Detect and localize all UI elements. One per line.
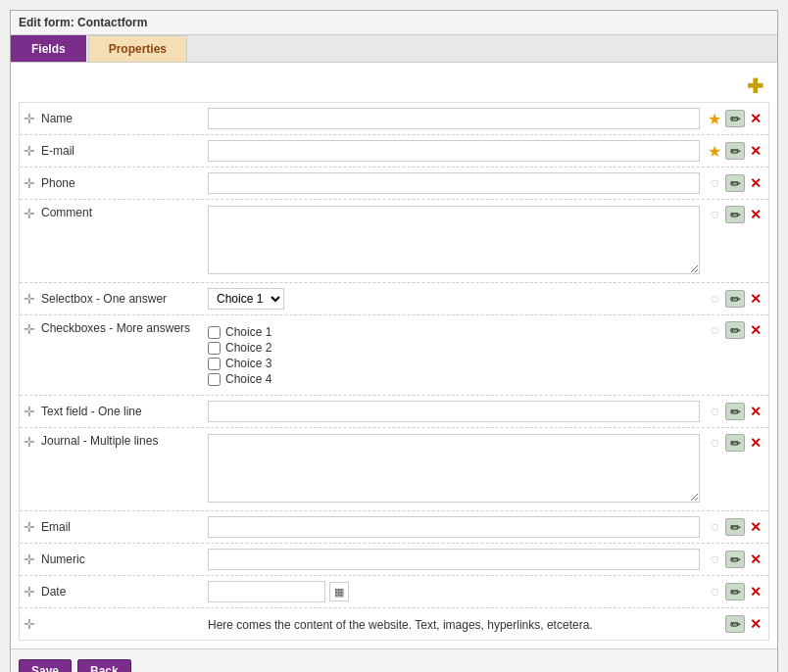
- tab-bar: Fields Properties: [11, 35, 777, 63]
- required-circle-icon[interactable]: ○: [706, 583, 723, 600]
- edit-pencil-icon[interactable]: ✏: [725, 290, 745, 308]
- edit-pencil-icon[interactable]: ✏: [725, 583, 745, 600]
- delete-icon[interactable]: ✕: [747, 403, 764, 420]
- edit-pencil-icon[interactable]: ✏: [725, 434, 745, 452]
- table-row: ✛ E-mail ★ ✏ ✕: [20, 135, 768, 168]
- required-circle-icon[interactable]: ○: [706, 434, 723, 452]
- checkbox-choice1[interactable]: [208, 326, 221, 339]
- window-title: Edit form: Contactform: [11, 11, 777, 35]
- drag-handle-icon[interactable]: ✛: [24, 321, 35, 337]
- edit-pencil-icon[interactable]: ✏: [725, 518, 745, 536]
- table-row: ✛ Date ▦ ○ ✏ ✕: [20, 576, 768, 608]
- delete-icon[interactable]: ✕: [747, 321, 764, 339]
- delete-icon[interactable]: ✕: [747, 110, 764, 127]
- required-circle-icon[interactable]: ○: [706, 551, 723, 568]
- checkbox-choice3[interactable]: [208, 358, 221, 370]
- drag-handle-icon[interactable]: ✛: [24, 552, 35, 567]
- required-star-icon[interactable]: ★: [706, 110, 723, 127]
- required-circle-icon[interactable]: ○: [706, 321, 723, 339]
- checkbox-label-2: Choice 2: [225, 341, 271, 355]
- field-input-area-name: [208, 108, 700, 129]
- field-label-email: E-mail: [41, 144, 208, 158]
- field-input-area-comment: [208, 206, 700, 277]
- tab-fields[interactable]: Fields: [11, 35, 86, 62]
- list-item: Choice 4: [208, 372, 700, 386]
- name-input[interactable]: [208, 108, 700, 129]
- field-input-area-journal: [208, 434, 700, 505]
- delete-icon[interactable]: ✕: [747, 615, 764, 633]
- edit-pencil-icon[interactable]: ✏: [725, 206, 745, 223]
- calendar-icon[interactable]: ▦: [329, 582, 349, 601]
- save-button[interactable]: Save: [19, 659, 72, 672]
- delete-icon[interactable]: ✕: [747, 174, 764, 192]
- delete-icon[interactable]: ✕: [747, 206, 764, 223]
- field-input-area-date: ▦: [208, 581, 700, 602]
- selectbox-select[interactable]: Choice 1 Choice 2 Choice 3: [208, 288, 284, 310]
- add-field-button[interactable]: ✚: [747, 74, 763, 98]
- phone-input[interactable]: [208, 172, 700, 194]
- field-actions-checkboxes: ○ ✏ ✕: [706, 321, 764, 339]
- edit-pencil-icon[interactable]: ✏: [725, 551, 745, 568]
- email-input[interactable]: [208, 140, 700, 162]
- drag-handle-icon[interactable]: ✛: [24, 519, 35, 535]
- drag-handle-icon[interactable]: ✛: [24, 584, 35, 600]
- field-label-checkboxes: Checkboxes - More answers: [41, 321, 208, 335]
- required-circle-icon[interactable]: ○: [706, 290, 723, 308]
- comment-textarea[interactable]: [208, 206, 700, 274]
- edit-pencil-icon[interactable]: ✏: [725, 174, 745, 192]
- drag-handle-icon[interactable]: ✛: [24, 175, 35, 191]
- table-row: ✛ Here comes the content of the website.…: [20, 608, 768, 640]
- field-label-phone: Phone: [41, 176, 208, 190]
- field-actions-static: ✏ ✕: [725, 615, 764, 633]
- checkbox-choice4[interactable]: [208, 373, 221, 386]
- edit-pencil-icon[interactable]: ✏: [725, 110, 745, 127]
- journal-textarea[interactable]: [208, 434, 700, 503]
- edit-pencil-icon[interactable]: ✏: [725, 615, 745, 633]
- field-label-numeric: Numeric: [41, 552, 208, 566]
- delete-icon[interactable]: ✕: [747, 142, 764, 160]
- fields-table: ✛ Name ★ ✏ ✕ ✛ E-mail ★: [19, 102, 769, 641]
- checkbox-label-3: Choice 3: [225, 357, 271, 370]
- edit-pencil-icon[interactable]: ✏: [725, 403, 745, 420]
- list-item: Choice 2: [208, 341, 700, 355]
- drag-handle-icon[interactable]: ✛: [24, 404, 35, 419]
- required-star-icon[interactable]: ★: [706, 142, 723, 160]
- drag-handle-icon[interactable]: ✛: [24, 143, 35, 159]
- delete-icon[interactable]: ✕: [747, 290, 764, 308]
- field-label-date: Date: [41, 585, 208, 599]
- textfield-input[interactable]: [208, 401, 700, 422]
- back-button[interactable]: Back: [77, 659, 131, 672]
- required-circle-icon[interactable]: ○: [706, 518, 723, 536]
- numeric-input[interactable]: [208, 549, 700, 570]
- edit-pencil-icon[interactable]: ✏: [725, 142, 745, 160]
- table-row: ✛ Journal - Multiple lines ○ ✏ ✕: [20, 428, 768, 511]
- list-item: Choice 3: [208, 357, 700, 370]
- field-label-comment: Comment: [41, 206, 208, 219]
- checkbox-group: Choice 1 Choice 2 Choice 3 Choic: [208, 321, 700, 390]
- date-input[interactable]: [208, 581, 325, 602]
- drag-handle-icon[interactable]: ✛: [24, 291, 35, 307]
- field-input-area-email2: [208, 516, 700, 538]
- email2-input[interactable]: [208, 516, 700, 538]
- tab-properties[interactable]: Properties: [88, 35, 187, 62]
- field-actions-comment: ○ ✏ ✕: [706, 206, 764, 223]
- required-circle-icon[interactable]: ○: [706, 174, 723, 192]
- checkbox-label-1: Choice 1: [225, 325, 271, 339]
- checkbox-choice2[interactable]: [208, 342, 221, 355]
- required-circle-icon[interactable]: ○: [706, 403, 723, 420]
- delete-icon[interactable]: ✕: [747, 583, 764, 600]
- table-row: ✛ Text field - One line ○ ✏ ✕: [20, 396, 768, 428]
- date-wrapper: ▦: [208, 581, 700, 602]
- drag-handle-icon[interactable]: ✛: [24, 206, 35, 221]
- edit-pencil-icon[interactable]: ✏: [725, 321, 745, 339]
- drag-handle-icon[interactable]: ✛: [24, 434, 35, 450]
- delete-icon[interactable]: ✕: [747, 551, 764, 568]
- required-circle-icon[interactable]: ○: [706, 206, 723, 223]
- delete-icon[interactable]: ✕: [747, 518, 764, 536]
- table-row: ✛ Numeric ○ ✏ ✕: [20, 544, 768, 576]
- drag-handle-icon[interactable]: ✛: [24, 111, 35, 126]
- delete-icon[interactable]: ✕: [747, 434, 764, 452]
- field-actions-email2: ○ ✏ ✕: [706, 518, 764, 536]
- drag-handle-icon[interactable]: ✛: [24, 616, 35, 632]
- field-actions-journal: ○ ✏ ✕: [706, 434, 764, 452]
